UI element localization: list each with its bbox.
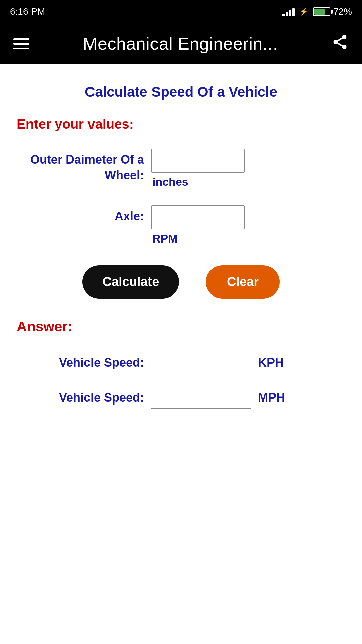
answer-label: Answer:: [17, 319, 345, 335]
vehicle-speed-kph-input: [151, 352, 251, 373]
answer-section: Answer: Vehicle Speed: KPH Vehicle Speed…: [17, 319, 345, 409]
status-time: 6:16 PM: [10, 6, 45, 17]
svg-line-3: [338, 43, 343, 46]
app-title: Mechanical Engineerin...: [83, 34, 278, 54]
vehicle-speed-mph-row: Vehicle Speed: MPH: [17, 387, 345, 409]
vehicle-speed-kph-label: Vehicle Speed:: [17, 356, 144, 370]
outer-diameter-row: Outer Daimeter Of a Wheel: inches: [17, 149, 345, 189]
enter-values-label: Enter your values:: [17, 117, 345, 132]
battery-icon: 72%: [313, 6, 352, 17]
svg-point-1: [334, 40, 338, 44]
axle-row: Axle: RPM: [17, 205, 345, 245]
charging-icon: ⚡: [299, 7, 308, 16]
calculate-button[interactable]: Calculate: [82, 265, 179, 299]
signal-icon: [282, 7, 295, 16]
app-header: Mechanical Engineerin...: [0, 23, 362, 64]
svg-point-2: [342, 45, 347, 49]
outer-diameter-input-group: inches: [151, 149, 245, 189]
svg-line-4: [338, 38, 343, 41]
svg-point-0: [342, 35, 347, 39]
outer-diameter-label: Outer Daimeter Of a Wheel:: [17, 149, 144, 183]
axle-input[interactable]: [151, 205, 245, 229]
form-section: Outer Daimeter Of a Wheel: inches Axle: …: [17, 149, 345, 245]
page-title: Calculate Speed Of a Vehicle: [17, 84, 345, 100]
button-row: Calculate Clear: [17, 265, 345, 299]
vehicle-speed-mph-input: [151, 387, 251, 409]
outer-diameter-unit: inches: [151, 175, 245, 189]
share-button[interactable]: [331, 33, 349, 54]
vehicle-speed-mph-label: Vehicle Speed:: [17, 391, 144, 405]
axle-label: Axle:: [17, 205, 144, 224]
outer-diameter-input[interactable]: [151, 149, 245, 173]
vehicle-speed-kph-row: Vehicle Speed: KPH: [17, 352, 345, 373]
battery-percent: 72%: [333, 6, 352, 17]
vehicle-speed-mph-unit: MPH: [258, 391, 285, 405]
status-bar: 6:16 PM ⚡ 72%: [0, 0, 362, 23]
axle-input-group: RPM: [151, 205, 245, 245]
main-content: Calculate Speed Of a Vehicle Enter your …: [0, 64, 362, 644]
vehicle-speed-kph-unit: KPH: [258, 356, 284, 370]
clear-button[interactable]: Clear: [206, 265, 280, 299]
status-right-icons: ⚡ 72%: [282, 6, 352, 17]
menu-button[interactable]: [13, 38, 29, 49]
axle-unit: RPM: [151, 232, 245, 245]
